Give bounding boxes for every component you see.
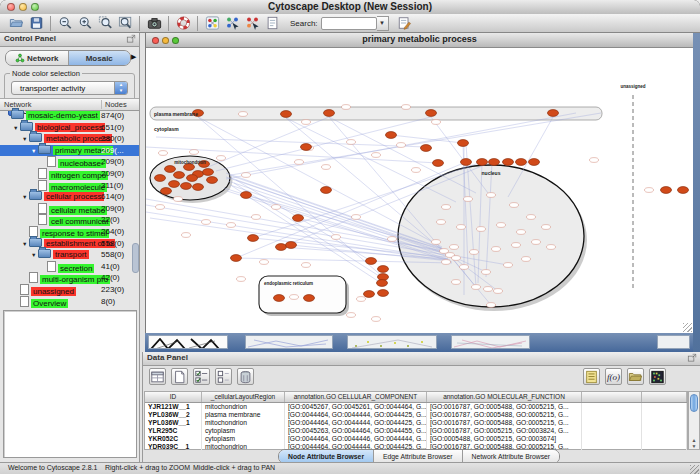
network-node[interactable] <box>156 205 165 210</box>
network-node-selected[interactable] <box>377 280 388 287</box>
table-row[interactable]: YPL036W__2plasma membrane[GO:0044464, GO… <box>145 411 687 419</box>
table-scrollbar[interactable]: ▲▼ <box>688 391 700 450</box>
network-node-selected[interactable] <box>458 140 469 147</box>
network-node[interactable] <box>645 188 654 193</box>
network-view-titlebar[interactable]: primary metabolic process <box>146 33 693 48</box>
column-header[interactable]: annotation.GO CELLULAR_COMPONENT <box>285 392 427 402</box>
network-node[interactable] <box>457 225 466 230</box>
minimized-window[interactable] <box>657 335 690 349</box>
column-header[interactable] <box>642 392 687 402</box>
network-node[interactable] <box>487 193 496 198</box>
float-panel-icon[interactable] <box>687 353 697 363</box>
network-node[interactable] <box>482 270 491 275</box>
network-node[interactable] <box>442 205 451 210</box>
network-node-selected[interactable] <box>678 187 689 194</box>
network-node[interactable] <box>510 203 519 208</box>
tree-scrollbar-thumb[interactable] <box>132 243 139 273</box>
zoom-out-icon[interactable] <box>55 15 75 32</box>
network-node-selected[interactable] <box>169 181 180 188</box>
network-node[interactable] <box>590 158 599 163</box>
attribute-select-icon[interactable] <box>149 368 166 385</box>
network-node[interactable] <box>295 160 304 165</box>
network-node[interactable] <box>437 220 446 225</box>
network-node-selected[interactable] <box>193 184 204 191</box>
network-node-selected[interactable] <box>286 242 297 249</box>
network-node[interactable] <box>352 215 361 220</box>
tree-row[interactable]: ▼primary metabo209(... <box>0 145 139 157</box>
open-folder-icon[interactable] <box>6 15 26 32</box>
network-node[interactable] <box>432 240 441 245</box>
network-node[interactable] <box>272 205 281 210</box>
network-node[interactable] <box>252 215 261 220</box>
table-row[interactable]: YPL036W__1mitochondrion[GO:0044464, GO:0… <box>145 419 687 427</box>
tab-mosaic[interactable]: Mosaic <box>69 51 131 65</box>
network-node-selected[interactable] <box>241 192 252 199</box>
table-scrollbar-thumb[interactable] <box>690 394 698 412</box>
network-node-selected[interactable] <box>174 172 185 179</box>
network-node-selected[interactable] <box>516 159 527 166</box>
network-overlay-icon[interactable] <box>242 15 262 32</box>
edit-annotation-icon[interactable] <box>395 15 415 32</box>
network-node-selected[interactable] <box>304 295 315 302</box>
tree-row[interactable]: Overview8(0) <box>0 296 139 308</box>
network-node[interactable] <box>452 280 461 285</box>
network-node-selected[interactable] <box>187 175 198 182</box>
unselect-attributes-icon[interactable] <box>215 368 232 385</box>
network-node[interactable] <box>332 235 341 240</box>
birdseye-view-panel[interactable] <box>3 310 137 458</box>
network-canvas[interactable]: plasma membranecytoplasmmitochondrionnuc… <box>146 47 693 333</box>
network-node[interactable] <box>302 120 311 125</box>
minimized-window[interactable] <box>451 335 530 349</box>
network-node[interactable] <box>227 223 236 228</box>
import-attributes-icon[interactable] <box>583 368 600 385</box>
window-resize-grip[interactable] <box>690 465 699 474</box>
network-node-selected[interactable] <box>364 291 375 298</box>
tree-row[interactable]: cell communicat22(0) <box>0 214 139 226</box>
network-node[interactable] <box>442 260 451 265</box>
network-node[interactable] <box>460 265 469 270</box>
network-node[interactable] <box>357 297 366 302</box>
background-window-fragment[interactable] <box>148 335 228 349</box>
tree-row[interactable]: cellular metabo209(0) <box>0 203 139 215</box>
network-node[interactable] <box>290 295 299 300</box>
network-node-selected[interactable] <box>426 110 437 117</box>
network-node[interactable] <box>239 112 248 117</box>
network-node[interactable] <box>504 263 513 268</box>
delete-attribute-icon[interactable] <box>237 368 254 385</box>
network-node[interactable] <box>347 313 356 318</box>
select-attributes-icon[interactable] <box>193 368 210 385</box>
network-node-selected[interactable] <box>548 110 559 117</box>
network-node[interactable] <box>532 240 541 245</box>
network-node[interactable] <box>487 303 496 308</box>
network-node[interactable] <box>492 247 501 252</box>
network-node-selected[interactable] <box>433 160 444 167</box>
search-input[interactable] <box>321 17 377 30</box>
network-node-selected[interactable] <box>503 159 514 166</box>
tree-row[interactable]: response to stimul264(0) <box>0 226 139 238</box>
more-tabs-arrow-icon[interactable]: ▶ <box>131 53 136 61</box>
zoom-selected-icon[interactable] <box>95 15 115 32</box>
network-node[interactable] <box>452 256 461 261</box>
tree-row[interactable]: nucleobase-209(0) <box>0 156 139 168</box>
open-attribute-icon[interactable] <box>627 368 644 385</box>
table-row[interactable]: YJR121W__1mitochondrion[GO:0045267, GO:0… <box>145 403 687 411</box>
network-node[interactable] <box>522 257 531 262</box>
network-node-selected[interactable] <box>529 159 540 166</box>
node-color-dropdown[interactable]: transporter activity ▲▼ <box>11 81 128 95</box>
new-attribute-icon[interactable] <box>171 368 188 385</box>
zoom-fit-icon[interactable] <box>115 15 135 32</box>
network-node[interactable] <box>322 165 331 170</box>
network-node[interactable] <box>302 263 311 268</box>
network-node-selected[interactable] <box>231 255 242 262</box>
network-node[interactable] <box>217 156 226 161</box>
network-node[interactable] <box>542 225 551 230</box>
tree-row[interactable]: ▼cellular process614(0) <box>0 191 139 203</box>
network-node-selected[interactable] <box>161 188 172 195</box>
network-node[interactable] <box>159 151 168 156</box>
network-node-selected[interactable] <box>321 187 332 194</box>
network-node-selected[interactable] <box>281 111 292 118</box>
column-header[interactable]: _cellularLayoutRegion <box>202 392 285 402</box>
network-node[interactable] <box>260 260 269 265</box>
tab-network[interactable]: Network <box>6 51 69 65</box>
save-icon[interactable] <box>26 15 46 32</box>
